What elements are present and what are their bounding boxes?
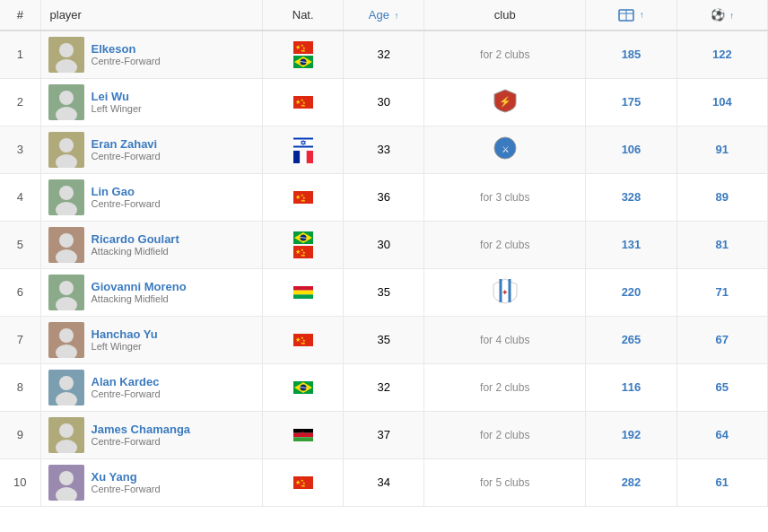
- player-avatar: [48, 275, 84, 310]
- flag-container: ★★★★★: [268, 41, 337, 68]
- club-cell: ⚡: [424, 78, 586, 126]
- flag-container: ★★★★★: [268, 231, 337, 258]
- svg-point-49: [59, 233, 74, 248]
- player-details: Alan Kardec Centre-Forward: [92, 375, 161, 399]
- goals-cell: 65: [676, 363, 767, 411]
- player-name[interactable]: Hanchao Yu: [92, 327, 158, 341]
- nat-cell: ★★★★★: [263, 316, 344, 363]
- player-info: Giovanni Moreno Attacking Midfield: [48, 275, 257, 310]
- player-cell: Elkeson Centre-Forward: [40, 31, 263, 79]
- flag-ve-icon: [293, 286, 313, 299]
- goals-header[interactable]: ⚽ ↑: [676, 0, 767, 31]
- svg-text:⚔: ⚔: [501, 144, 509, 154]
- rank-cell: 8: [0, 363, 40, 411]
- club-name: for 5 clubs: [480, 476, 529, 489]
- table-row: 3 Eran Zahavi Centre-Forward 33⚔10691: [0, 126, 768, 173]
- age-cell: 30: [344, 78, 424, 126]
- appearances-header[interactable]: ↑: [586, 0, 676, 31]
- player-details: Giovanni Moreno Attacking Midfield: [92, 280, 187, 304]
- player-name[interactable]: Elkeson: [92, 42, 161, 56]
- goals-cell: 61: [676, 458, 767, 506]
- player-avatar: [48, 370, 84, 406]
- flag-cn-icon: ★★★★★: [293, 41, 313, 54]
- club-name: for 2 clubs: [480, 429, 529, 441]
- table-row: 6 Giovanni Moreno Attacking Midfield 35✦…: [0, 268, 768, 316]
- svg-rect-66: [293, 294, 313, 299]
- club-badge-icon: ✦: [492, 293, 519, 307]
- rank-cell: 6: [0, 268, 40, 316]
- table-row: 4 Lin Gao Centre-Forward ★★★★★36for 3 cl…: [0, 173, 768, 221]
- goals-cell: 104: [676, 78, 767, 126]
- player-position: Centre-Forward: [92, 198, 161, 209]
- player-name[interactable]: Alan Kardec: [92, 375, 161, 388]
- svg-rect-30: [293, 137, 313, 139]
- player-position: Attacking Midfield: [92, 293, 187, 304]
- player-name[interactable]: Ricardo Goulart: [92, 232, 179, 246]
- appearances-cell: 116: [586, 363, 676, 411]
- goals-cell: 122: [676, 31, 767, 79]
- flag-container: ☀: [268, 429, 337, 441]
- nat-cell: ★★★★★: [263, 31, 344, 79]
- player-position: Left Winger: [92, 341, 158, 352]
- player-info: Hanchao Yu Left Winger: [48, 322, 257, 358]
- age-cell: 35: [344, 316, 424, 363]
- svg-point-4: [59, 43, 74, 57]
- player-details: Eran Zahavi Centre-Forward: [92, 137, 161, 161]
- player-avatar: [48, 322, 84, 358]
- flag-container: [268, 286, 337, 299]
- flag-br-icon: [293, 381, 313, 394]
- svg-text:★: ★: [301, 103, 304, 108]
- club-badge-icon: ⚔: [492, 151, 519, 164]
- rank-cell: 1: [0, 31, 40, 79]
- goals-cell: 81: [676, 221, 767, 268]
- club-name: for 2 clubs: [480, 48, 529, 61]
- player-name[interactable]: Xu Yang: [92, 470, 161, 484]
- rank-cell: 3: [0, 126, 40, 173]
- age-cell: 35: [344, 268, 424, 316]
- player-details: Lei Wu Left Winger: [92, 90, 142, 114]
- nat-cell: ★★★★★: [263, 78, 344, 126]
- player-info: Elkeson Centre-Forward: [48, 37, 257, 73]
- club-cell: ⚔: [424, 126, 586, 173]
- player-name[interactable]: Eran Zahavi: [92, 137, 161, 151]
- player-details: Elkeson Centre-Forward: [92, 42, 161, 66]
- player-name[interactable]: James Chamanga: [92, 423, 191, 436]
- club-name: for 3 clubs: [480, 191, 529, 204]
- flag-cn-icon: ★★★★★: [293, 246, 313, 258]
- nat-header: Nat.: [263, 0, 344, 31]
- player-name[interactable]: Lei Wu: [92, 90, 142, 103]
- appearances-cell: 265: [586, 316, 676, 363]
- appearances-cell: 282: [586, 458, 676, 506]
- table-row: 2 Lei Wu Left Winger ★★★★★30⚡175104: [0, 78, 768, 126]
- player-avatar: [48, 179, 84, 215]
- player-info: Xu Yang Centre-Forward: [48, 465, 257, 501]
- table-row: 5 Ricardo Goulart Attacking Midfield ★★★…: [0, 221, 768, 268]
- appearances-cell: 106: [586, 126, 676, 173]
- player-position: Centre-Forward: [92, 56, 161, 66]
- age-header[interactable]: Age ↑: [344, 0, 424, 31]
- table-row: 10 Xu Yang Centre-Forward ★★★★★34for 5 c…: [0, 458, 768, 506]
- player-avatar: [48, 132, 84, 168]
- flag-container: ★★★★★: [268, 96, 337, 109]
- player-header: player: [40, 0, 263, 31]
- rank-cell: 9: [0, 411, 40, 458]
- player-name[interactable]: Lin Gao: [92, 185, 161, 198]
- club-cell: for 3 clubs: [424, 173, 586, 221]
- svg-rect-65: [293, 290, 313, 294]
- player-avatar: [48, 227, 84, 263]
- flag-mw-icon: ☀: [293, 429, 313, 441]
- rank-cell: 7: [0, 316, 40, 363]
- goals-cell: 91: [676, 126, 767, 173]
- player-details: Hanchao Yu Left Winger: [92, 327, 158, 352]
- club-cell: for 5 clubs: [424, 458, 586, 506]
- player-name[interactable]: Giovanni Moreno: [92, 280, 187, 293]
- goals-cell: 67: [676, 316, 767, 363]
- player-cell: Eran Zahavi Centre-Forward: [40, 126, 263, 173]
- club-cell: for 2 clubs: [424, 363, 586, 411]
- club-cell: for 2 clubs: [424, 411, 586, 458]
- player-avatar: [48, 465, 84, 501]
- svg-text:★: ★: [301, 341, 304, 345]
- flag-fr-icon: [293, 151, 313, 163]
- svg-point-17: [59, 91, 74, 105]
- player-cell: Lin Gao Centre-Forward: [40, 173, 263, 221]
